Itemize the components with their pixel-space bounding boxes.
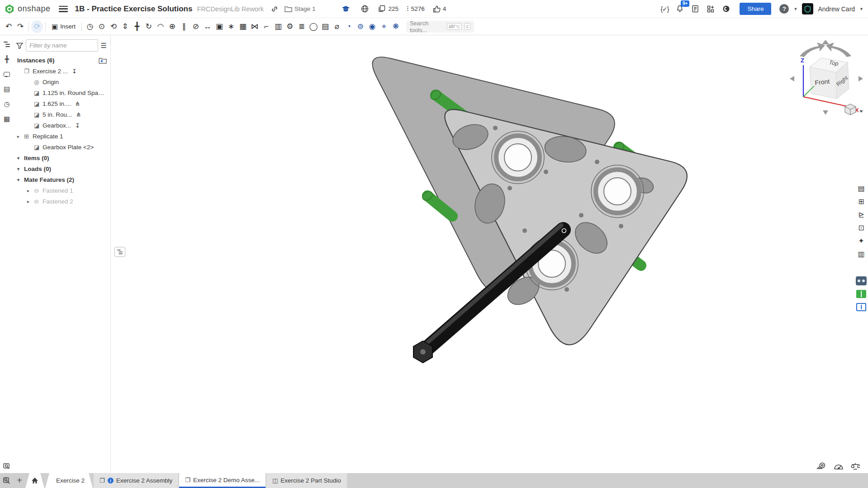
help-caret-icon[interactable]: ▼ xyxy=(793,7,797,11)
tab-exercise-2-assembly[interactable]: ❐ i Exercise 2 Assembly xyxy=(94,473,178,488)
view-cube-rotate-arrows[interactable] xyxy=(800,40,851,57)
revolute-mate-icon[interactable]: ⟲ xyxy=(108,20,119,33)
create-folder-icon[interactable] xyxy=(99,57,107,64)
feature-list-panel-icon[interactable]: ▤ xyxy=(855,183,867,194)
tree-section-items[interactable]: ▾ Items (0) xyxy=(14,152,110,163)
document-title[interactable]: 1B - Practice Exercise Solutions xyxy=(75,5,193,14)
ball-mate-icon[interactable]: ⊕ xyxy=(166,20,178,33)
tree-item-5-round[interactable]: ◪ 5 in. Rou... ⋔ xyxy=(14,109,110,120)
isometric-view-button[interactable] xyxy=(845,104,863,115)
exploded-view-icon[interactable]: ⊚ xyxy=(355,20,366,33)
belt-icon[interactable]: ◯ xyxy=(308,20,319,33)
graphics-viewport[interactable]: Top Front Right Z X xyxy=(111,35,868,473)
insert-button[interactable]: ▣ Insert xyxy=(48,20,79,33)
section-view-icon[interactable]: ⌖ xyxy=(378,20,390,33)
tree-section-mate-features[interactable]: ▾ Mate Features (2) xyxy=(14,174,110,185)
appearance-icon[interactable]: ❋ xyxy=(390,20,402,33)
notes-panel-icon[interactable]: ▤ xyxy=(2,85,11,94)
mate-icon[interactable]: ◷ xyxy=(84,20,96,33)
configurations-panel-icon[interactable]: ⊞ xyxy=(855,196,867,207)
tables-panel-icon[interactable]: ▦ xyxy=(2,114,11,123)
simulation-panel-icon[interactable]: ▥ xyxy=(855,248,867,260)
gear-pair-icon[interactable]: ⚙ xyxy=(284,20,296,33)
tangent-mate-icon[interactable]: ⊘ xyxy=(190,20,202,33)
rack-pinion-icon[interactable]: ≣ xyxy=(296,20,308,33)
exploded-views-panel-icon[interactable]: ⊵ xyxy=(855,209,867,220)
tree-item-exercise-2[interactable]: ❐ Exercise 2 ... ↧ xyxy=(14,66,110,76)
likes-stat[interactable]: 4 xyxy=(433,5,446,13)
workspace-breadcrumb[interactable]: Stage 1 xyxy=(285,5,316,12)
share-button[interactable]: Share xyxy=(740,3,771,15)
tree-item-gearbox-plate-2[interactable]: ◪ Gearbox Plate <2> xyxy=(14,142,110,152)
interference-icon[interactable]: ◔ xyxy=(343,20,355,33)
update-button[interactable]: ⟳ xyxy=(31,20,43,33)
featurescript-icon[interactable]: {✓} xyxy=(659,4,670,14)
tree-item-1125-round-spacer[interactable]: ◪ 1.125 in. Round Space... xyxy=(14,87,110,98)
onshape-logo[interactable]: onshape xyxy=(5,4,51,14)
tab-info-icon[interactable]: i xyxy=(108,478,114,483)
snap-mode-icon[interactable]: ⌐ xyxy=(261,20,272,33)
main-menu-icon[interactable] xyxy=(59,6,68,12)
tab-exercise-2-folder[interactable]: i Exercise 2 xyxy=(45,473,93,488)
appearance-panel-icon[interactable]: ✦ xyxy=(855,235,867,246)
search-tools-input[interactable]: Search tools... xyxy=(410,20,444,33)
user-name[interactable]: Andrew Card xyxy=(818,5,855,13)
search-tools-box[interactable]: Search tools... alt/⌥ c xyxy=(406,21,474,33)
tab-exercise-2-demo-assembly[interactable]: ❐ i Exercise 2 Demo Asse... xyxy=(179,473,266,488)
view-options-icon[interactable] xyxy=(2,461,11,470)
followers-stat[interactable]: ⁝ 5276 xyxy=(407,5,425,13)
slider-mate-icon[interactable]: ⇕ xyxy=(119,20,131,33)
undo-button[interactable]: ↶ xyxy=(3,20,14,33)
planar-mate-icon[interactable]: ╋ xyxy=(131,20,143,33)
tasks-icon[interactable] xyxy=(690,4,701,14)
view-cube-front-label[interactable]: Front xyxy=(815,78,830,86)
named-positions-panel-icon[interactable]: ⊡ xyxy=(855,222,867,233)
insert-tools-icon[interactable]: ╋ xyxy=(2,55,11,64)
mate-limits-icon[interactable]: ↔ xyxy=(202,20,213,33)
learning-book-icon[interactable] xyxy=(855,288,867,299)
tape-measure-icon[interactable] xyxy=(816,462,826,470)
tree-item-fastened-2[interactable]: ▸ ⊖ Fastened 2 xyxy=(14,196,110,207)
list-view-icon[interactable]: ☰ xyxy=(101,42,107,50)
gearbox-assembly-model[interactable]: Top Front Right Z X xyxy=(111,35,868,473)
link-icon[interactable] xyxy=(269,4,280,14)
bom-table-icon[interactable]: ▤ xyxy=(319,20,331,33)
apps-grid-icon[interactable] xyxy=(705,4,716,14)
comments-panel-icon[interactable] xyxy=(2,70,11,79)
history-panel-icon[interactable]: ◷ xyxy=(2,99,11,109)
expand-arrow-icon[interactable]: ▾ xyxy=(17,177,24,182)
expand-arrow-icon[interactable]: ▾ xyxy=(17,166,24,171)
expand-arrow-icon[interactable]: ▾ xyxy=(17,156,24,161)
tree-item-replicate-1[interactable]: ▸ ⊞ Replicate 1 xyxy=(14,131,110,142)
filter-icon[interactable] xyxy=(16,43,23,49)
expand-arrow-icon[interactable]: ▸ xyxy=(17,134,24,139)
tree-item-origin[interactable]: ◎ Origin xyxy=(14,76,110,87)
view-cube[interactable]: Top Front Right Z X xyxy=(790,40,863,115)
learning-center-icon[interactable] xyxy=(721,4,731,14)
expand-arrow-icon[interactable]: ▸ xyxy=(27,188,34,193)
tree-item-gearbox[interactable]: ◪ Gearbox... ↧ xyxy=(14,120,110,131)
pattern-table-icon[interactable]: ▥ xyxy=(272,20,284,33)
copies-stat[interactable]: 225 xyxy=(378,5,398,13)
tree-section-loads[interactable]: ▾ Loads (0) xyxy=(14,163,110,174)
replicate-icon[interactable]: ⋈ xyxy=(249,20,261,33)
redo-button[interactable]: ↷ xyxy=(14,20,26,33)
instances-panel-icon[interactable] xyxy=(2,40,11,49)
pin-slot-mate-icon[interactable]: ◠ xyxy=(155,20,166,33)
notifications-bell-icon[interactable]: 9+ xyxy=(674,4,685,14)
feature-pattern-icon[interactable]: ∗ xyxy=(225,20,237,33)
measure-tool-icon[interactable]: ⌀ xyxy=(331,20,343,33)
filter-input[interactable] xyxy=(26,39,98,52)
panel-toggle-button[interactable] xyxy=(114,247,125,257)
tab-exercise-2-part-studio[interactable]: ◫ i Exercise 2 Part Studio xyxy=(266,473,347,488)
tree-item-1625[interactable]: ◪ 1.625 in.... ⋔ xyxy=(14,98,110,109)
selection-pattern-icon[interactable]: ▣ xyxy=(213,20,225,33)
tree-item-fastened-1[interactable]: ▸ ⊖ Fastened 1 xyxy=(14,185,110,196)
expand-arrow-icon[interactable]: ▸ xyxy=(27,199,34,204)
protractor-icon[interactable] xyxy=(834,462,844,470)
avatar[interactable] xyxy=(802,3,813,14)
search-tabs-icon[interactable] xyxy=(0,473,14,488)
mass-properties-icon[interactable] xyxy=(851,462,860,470)
ai-advisor-icon[interactable] xyxy=(855,275,867,286)
cylindrical-mate-icon[interactable]: ↻ xyxy=(143,20,155,33)
